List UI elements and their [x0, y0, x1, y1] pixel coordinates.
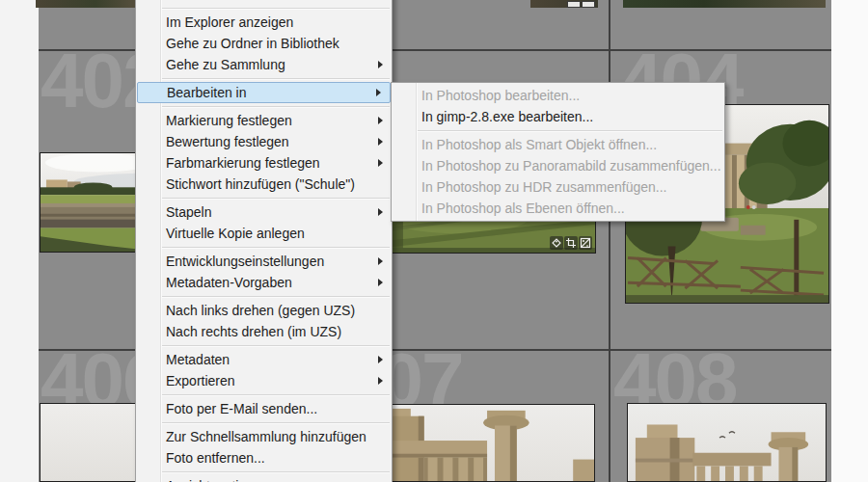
- menu-item-label: Gehe zu Sammlung: [166, 57, 285, 72]
- menu-item-label: Stichwort hinzufügen ("Schule"): [166, 176, 355, 192]
- menu-item-im-explorer-anzeigen[interactable]: Im Explorer anzeigen: [136, 12, 392, 33]
- menu-item-label: Foto entfernen...: [166, 450, 265, 466]
- menu-separator: [136, 342, 392, 349]
- menu-item-exportieren[interactable]: Exportieren: [136, 370, 392, 391]
- photo-sliver-top-right[interactable]: [623, 0, 826, 8]
- menu-item-foto-entfernen...[interactable]: Foto entfernen...: [136, 447, 392, 469]
- submenu-arrow-icon: [378, 159, 383, 167]
- menu-separator: [136, 419, 392, 426]
- menu-item-in-photoshop-als-smart-objekt-öffnen...[interactable]: In Photoshop als Smart Objekt öffnen...: [392, 134, 724, 155]
- submenu-arrow-icon: [376, 89, 381, 96]
- menu-item-label: Virtuelle Kopie anlegen: [166, 226, 305, 241]
- menu-item-label: In Photoshop zu Panoramabild zusammenfüg…: [421, 158, 721, 174]
- menu-separator: [136, 293, 392, 300]
- menu-separator: [136, 469, 392, 475]
- submenu-arrow-icon: [378, 61, 383, 68]
- thumbnail-badge-fragment: [582, 1, 595, 8]
- menu-item-label: Stapeln: [166, 204, 211, 220]
- menu-item-stichwort-hinzufügen-schule[interactable]: Stichwort hinzufügen ("Schule"): [136, 174, 392, 195]
- menu-item-virtuelle-kopie-anlegen[interactable]: Virtuelle Kopie anlegen: [136, 223, 392, 244]
- menu-item-in-gimp-2.8.exe-bearbeiten...[interactable]: In gimp-2.8.exe bearbeiten...: [392, 106, 724, 127]
- menu-item-metadaten[interactable]: Metadaten: [136, 349, 392, 370]
- menu-item-farbmarkierung-festlegen[interactable]: Farbmarkierung festlegen: [136, 152, 392, 174]
- menu-item-label: Metadaten: [166, 352, 230, 367]
- menu-item-label: Ansichtsoptionen...: [166, 478, 280, 482]
- left-margin-strip: [0, 0, 39, 482]
- menu-item-label: Nach rechts drehen (im UZS): [166, 324, 341, 339]
- thumbnail-badges: [550, 236, 592, 250]
- menu-separator: [136, 75, 392, 82]
- menu-item-entwicklungseinstellungen[interactable]: Entwicklungseinstellungen: [136, 251, 392, 272]
- thumbnail-badge-fragment: [567, 1, 581, 8]
- menu-item-label: Bearbeiten in: [167, 85, 247, 100]
- menu-item-label: Nach links drehen (gegen UZS): [166, 303, 355, 318]
- submenu-arrow-icon: [378, 208, 383, 216]
- menu-item-label: In Photoshop als Ebenen öffnen...: [421, 201, 625, 216]
- edit-in-submenu: In Photoshop bearbeiten...In gimp-2.8.ex…: [391, 82, 725, 222]
- photo-thumbnail-colonnade[interactable]: [391, 404, 595, 482]
- menu-item-stapeln[interactable]: Stapeln: [136, 201, 392, 223]
- menu-separator: [392, 127, 724, 134]
- menu-item-label: In Photoshop zu HDR zusammenfügen...: [421, 179, 666, 195]
- menu-item-label: Foto per E-Mail senden...: [166, 401, 317, 416]
- lightroom-grid-view: 402 404 406 407 408: [0, 0, 868, 482]
- menu-item-ansichtsoptionen...[interactable]: Ansichtsoptionen...: [136, 475, 392, 482]
- menu-item-nach-links-drehen-gegen-uzs[interactable]: Nach links drehen (gegen UZS): [136, 300, 392, 321]
- context-menu: Im Explorer anzeigenGehe zu Ordner in Bi…: [135, 0, 393, 482]
- menu-item-zur-schnellsammlung-hinzufügen[interactable]: Zur Schnellsammlung hinzufügen: [136, 426, 392, 447]
- grid-column-divider: [609, 0, 610, 482]
- menu-item-label: Entwicklungseinstellungen: [166, 254, 324, 269]
- menu-separator: [136, 103, 392, 110]
- menu-item-bearbeiten-in[interactable]: Bearbeiten in: [137, 82, 391, 103]
- submenu-arrow-icon: [378, 117, 383, 124]
- crop-icon[interactable]: [564, 236, 578, 250]
- menu-item-label: In Photoshop bearbeiten...: [421, 88, 580, 103]
- menu-separator: [136, 5, 392, 12]
- keyword-tag-icon[interactable]: [550, 236, 563, 250]
- menu-item-nach-rechts-drehen-im-uzs[interactable]: Nach rechts drehen (im UZS): [136, 321, 392, 342]
- develop-adjustments-icon[interactable]: [579, 236, 592, 250]
- menu-item-label: Im Explorer anzeigen: [166, 14, 293, 30]
- menu-item-label: Exportieren: [166, 373, 235, 388]
- menu-item-metadaten-vorgaben[interactable]: Metadaten-Vorgaben: [136, 272, 392, 293]
- menu-item-label: Farbmarkierung festlegen: [166, 155, 320, 171]
- submenu-arrow-icon: [378, 138, 383, 146]
- menu-item-foto-per-e-mail-senden...[interactable]: Foto per E-Mail senden...: [136, 398, 392, 419]
- submenu-arrow-icon: [378, 356, 383, 363]
- photo-sliver-top-middle[interactable]: [530, 0, 598, 8]
- menu-item-label: Bewertung festlegen: [166, 134, 289, 149]
- menu-item-bewertung-festlegen[interactable]: Bewertung festlegen: [136, 131, 392, 152]
- submenu-arrow-icon: [378, 279, 383, 286]
- menu-item-label: In Photoshop als Smart Objekt öffnen...: [421, 137, 657, 152]
- menu-item-in-photoshop-als-ebenen-öffnen...[interactable]: In Photoshop als Ebenen öffnen...: [392, 198, 724, 219]
- submenu-arrow-icon: [378, 257, 383, 265]
- menu-item-label: Zur Schnellsammlung hinzufügen: [166, 429, 366, 444]
- menu-item-markierung-festlegen[interactable]: Markierung festlegen: [136, 110, 392, 131]
- submenu-arrow-icon: [378, 377, 383, 385]
- menu-item-label: Markierung festlegen: [166, 113, 292, 128]
- right-margin-strip: [831, 0, 868, 482]
- photo-thumbnail-temple-ruins[interactable]: [627, 403, 827, 482]
- menu-item-label: Gehe zu Ordner in Bibliothek: [166, 36, 339, 51]
- menu-separator: [136, 244, 392, 251]
- menu-item-in-photoshop-bearbeiten...[interactable]: In Photoshop bearbeiten...: [392, 85, 724, 106]
- menu-item-in-photoshop-zu-panoramabild-zusammenfügen...[interactable]: In Photoshop zu Panoramabild zusammenfüg…: [392, 155, 724, 176]
- menu-item-label: In gimp-2.8.exe bearbeiten...: [421, 109, 593, 124]
- menu-item-gehe-zu-sammlung[interactable]: Gehe zu Sammlung: [136, 54, 392, 75]
- menu-item-label: Metadaten-Vorgaben: [166, 275, 292, 290]
- menu-separator: [136, 391, 392, 398]
- menu-item-in-photoshop-zu-hdr-zusammenfügen...[interactable]: In Photoshop zu HDR zusammenfügen...: [392, 176, 724, 198]
- menu-item-gehe-zu-ordner-in-bibliothek[interactable]: Gehe zu Ordner in Bibliothek: [136, 33, 392, 54]
- menu-separator: [136, 195, 392, 201]
- photo-sliver-top-left[interactable]: [36, 0, 135, 8]
